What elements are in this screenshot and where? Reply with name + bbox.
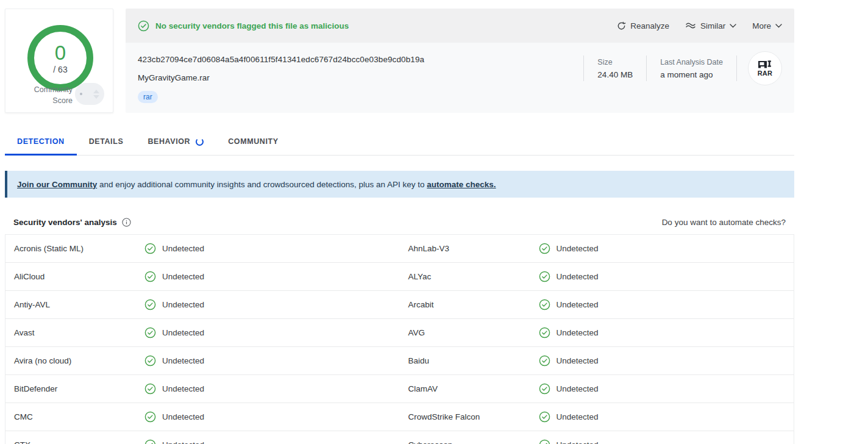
vendor-row: AliCloud Undetected ALYac Undetected: [5, 263, 794, 291]
vendor-name[interactable]: CMC: [5, 412, 144, 421]
vendor-cell-right: AVG Undetected: [400, 319, 794, 346]
automate-checks-question[interactable]: Do you want to automate checks?: [662, 218, 786, 227]
report-tabs: DETECTION DETAILS BEHAVIOR COMMUNITY: [5, 128, 794, 156]
vendor-cell-left: Acronis (Static ML) Undetected: [5, 235, 400, 262]
vote-arrows: [93, 90, 99, 99]
vendor-status: Undetected: [144, 299, 204, 310]
check-circle-icon: [539, 327, 550, 338]
vendor-cell-left: BitDefender Undetected: [5, 375, 400, 403]
vendor-status: Undetected: [539, 383, 599, 395]
virustotal-page: 0 / 63 Community Score: [0, 0, 868, 444]
check-circle-icon: [144, 411, 156, 423]
detection-score-card: 0 / 63 Community Score: [5, 9, 113, 113]
tab-details[interactable]: DETAILS: [77, 128, 136, 155]
chevron-down-icon: [775, 24, 782, 28]
status-label: Undetected: [557, 272, 599, 281]
check-circle-icon: [539, 299, 550, 310]
info-icon[interactable]: [122, 218, 131, 227]
vendor-cell-left: Avast Undetected: [5, 319, 400, 346]
vendor-name[interactable]: Arcabit: [400, 300, 539, 309]
analysis-section-header: Security vendors' analysis Do you want t…: [5, 213, 794, 231]
status-label: Undetected: [557, 244, 599, 253]
vendor-name[interactable]: CrowdStrike Falcon: [400, 412, 539, 421]
rar-file-icon: RAR: [748, 51, 782, 85]
vendor-cell-right: Baidu Undetected: [400, 347, 794, 374]
file-report-header: 0 / 63 Community Score: [5, 9, 794, 113]
tab-behavior[interactable]: BEHAVIOR: [135, 128, 216, 155]
status-label: Undetected: [162, 412, 204, 421]
detection-score-ring: 0 / 63: [27, 25, 93, 91]
status-label: Undetected: [557, 300, 599, 309]
community-score-label: Community Score: [5, 84, 73, 106]
vendors-table: Acronis (Static ML) Undetected AhnLab-V3…: [5, 234, 794, 444]
vendor-name[interactable]: ALYac: [400, 272, 539, 281]
divider: [736, 56, 737, 81]
check-circle-icon: [144, 355, 156, 367]
tab-community[interactable]: COMMUNITY: [216, 128, 290, 155]
check-circle-icon: [144, 271, 156, 282]
more-button[interactable]: More: [752, 21, 782, 30]
vendor-cell-left: CMC Undetected: [5, 403, 400, 431]
vendor-row: BitDefender Undetected ClamAV Undetected: [5, 375, 794, 403]
vendor-cell-right: Arcabit Undetected: [400, 291, 794, 318]
vendor-row: Avast Undetected AVG Undetected: [5, 319, 794, 347]
vendor-name[interactable]: Avast: [5, 328, 144, 337]
file-type-tag[interactable]: rar: [138, 91, 158, 103]
vendor-status: Undetected: [144, 355, 204, 367]
vendor-name[interactable]: AhnLab-V3: [400, 244, 539, 253]
check-circle-icon: [144, 327, 156, 338]
vendor-status: Undetected: [539, 439, 599, 444]
vote-up-icon[interactable]: [93, 90, 99, 93]
status-label: Undetected: [162, 300, 204, 309]
last-analysis-date: Last Analysis Date a moment ago: [647, 58, 736, 79]
vendor-name[interactable]: AVG: [400, 328, 539, 337]
status-label: Undetected: [162, 328, 204, 337]
vendor-status: Undetected: [539, 411, 599, 423]
vote-down-icon[interactable]: [93, 95, 99, 99]
vendor-name[interactable]: Avira (no cloud): [5, 356, 144, 365]
vise-icon: [758, 60, 772, 69]
vendor-status: Undetected: [144, 243, 204, 254]
vendor-status: Undetected: [144, 271, 204, 282]
check-circle-icon: [539, 271, 550, 282]
banner-text: and enjoy additional community insights …: [97, 180, 427, 189]
status-label: Undetected: [557, 328, 599, 337]
vendor-status: Undetected: [539, 271, 599, 282]
check-circle-icon: [144, 299, 156, 310]
reanalyze-icon: [617, 21, 626, 30]
similar-icon: [685, 21, 696, 30]
community-vote-widget[interactable]: [75, 83, 104, 105]
verdict-bar: No security vendors flagged this file as…: [126, 9, 794, 43]
join-community-banner: Join our Community and enjoy additional …: [5, 171, 794, 198]
vendor-name[interactable]: AliCloud: [5, 272, 144, 281]
similar-button[interactable]: Similar: [685, 21, 736, 30]
join-community-link[interactable]: Join our Community: [17, 180, 97, 189]
chevron-down-icon: [730, 24, 736, 28]
vendor-status: Undetected: [539, 327, 599, 338]
vendor-name[interactable]: Acronis (Static ML): [5, 244, 144, 253]
analysis-title: Security vendors' analysis: [13, 218, 117, 227]
status-label: Undetected: [162, 272, 204, 281]
vendor-cell-right: ClamAV Undetected: [400, 375, 794, 403]
vendor-name[interactable]: Antiy-AVL: [5, 300, 144, 309]
vendor-name[interactable]: Cybereason: [400, 440, 539, 444]
vendor-status: Undetected: [539, 243, 599, 254]
vendor-cell-right: ALYac Undetected: [400, 263, 794, 290]
vendor-row: Avira (no cloud) Undetected Baidu Undete…: [5, 347, 794, 375]
vendor-name[interactable]: Baidu: [400, 356, 539, 365]
vendor-row: Acronis (Static ML) Undetected AhnLab-V3…: [5, 235, 794, 263]
vendor-name[interactable]: ClamAV: [400, 384, 539, 393]
file-details: 423cb27094ce7d06084a5a4f00611f5f41341edc…: [126, 43, 794, 113]
check-circle-icon: [539, 439, 550, 444]
reanalyze-button[interactable]: Reanalyze: [617, 21, 669, 30]
vendor-status: Undetected: [144, 327, 204, 338]
vendor-name[interactable]: CTX: [5, 440, 144, 444]
automate-checks-link[interactable]: automate checks.: [427, 180, 496, 189]
status-label: Undetected: [557, 412, 599, 421]
status-label: Undetected: [557, 440, 599, 444]
tab-detection[interactable]: DETECTION: [5, 128, 77, 155]
check-circle-icon: [539, 411, 550, 423]
check-circle-icon: [539, 243, 550, 254]
check-circle-icon: [539, 383, 550, 395]
vendor-name[interactable]: BitDefender: [5, 384, 144, 393]
